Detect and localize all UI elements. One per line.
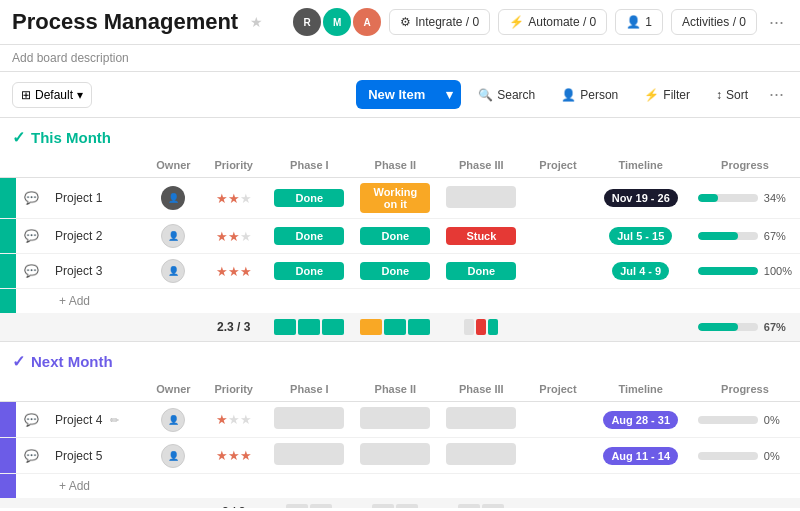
summary-progress-bar	[698, 323, 758, 331]
comment-cell[interactable]: 💬	[16, 438, 47, 474]
comment-icon: 💬	[24, 413, 39, 427]
phase1-cell[interactable]: Done	[266, 178, 352, 219]
progress-cell: 0%	[690, 438, 800, 474]
timeline-cell: Aug 28 - 31	[592, 402, 690, 438]
comment-icon: 💬	[24, 449, 39, 463]
new-item-button[interactable]: New Item ▾	[356, 80, 461, 109]
summary-progress: 0%	[690, 498, 800, 508]
timeline-cell: Jul 4 - 9	[592, 254, 690, 289]
timeline-cell: Aug 11 - 14	[592, 438, 690, 474]
progress-label: 100%	[764, 265, 792, 277]
priority-cell: ★★★	[201, 254, 266, 289]
phase2-badge: Done	[360, 262, 430, 280]
summary-progress: 67%	[690, 313, 800, 342]
grid-icon: ⊞	[21, 88, 31, 102]
timeline-badge: Aug 28 - 31	[603, 411, 678, 429]
automate-button[interactable]: ⚡ Automate / 0	[498, 9, 607, 35]
phase2-cell[interactable]	[352, 438, 438, 474]
phase2-cell[interactable]: Done	[352, 254, 438, 289]
header-more-menu[interactable]: ···	[765, 12, 788, 33]
project-cell	[524, 402, 591, 438]
add-row-next-month[interactable]: + Add	[0, 474, 800, 499]
phase1-cell[interactable]: Done	[266, 219, 352, 254]
timeline-cell: Jul 5 - 15	[592, 219, 690, 254]
integrate-button[interactable]: ⚙ Integrate / 0	[389, 9, 490, 35]
member-icon: 👤	[626, 15, 641, 29]
priority-cell: ★★★	[201, 438, 266, 474]
priority-cell: ★★★	[201, 402, 266, 438]
phase1-badge: Done	[274, 262, 344, 280]
row-bar	[0, 178, 16, 219]
comment-icon: 💬	[24, 229, 39, 243]
owner-cell: 👤	[146, 219, 201, 254]
progress-label: 0%	[764, 450, 780, 462]
activities-button[interactable]: Activities / 0	[671, 9, 757, 35]
board-content: ✓ This Month Owner Priority Phase I Phas…	[0, 118, 800, 508]
phase1-cell[interactable]	[266, 402, 352, 438]
add-row-this-month[interactable]: + Add	[0, 289, 800, 314]
phase2-badge: Done	[360, 227, 430, 245]
phase2-cell[interactable]: Working on it	[352, 178, 438, 219]
phase1-badge: Done	[274, 189, 344, 207]
phase2-badge: Working on it	[360, 183, 430, 213]
row-bar	[0, 438, 16, 474]
chevron-down-icon: ▾	[77, 88, 83, 102]
owner-avatar: 👤	[161, 259, 185, 283]
project-cell	[524, 219, 591, 254]
phase3-badge	[446, 186, 516, 208]
phase3-cell[interactable]: Done	[438, 254, 524, 289]
timeline-cell: Nov 19 - 26	[592, 178, 690, 219]
toolbar: ⊞ Default ▾ New Item ▾ 🔍 Search 👤 Person…	[0, 72, 800, 118]
phase1-badge	[274, 443, 344, 465]
new-item-dropdown-arrow[interactable]: ▾	[438, 80, 461, 109]
sort-button[interactable]: ↕ Sort	[707, 82, 757, 108]
section-this-month: ✓ This Month Owner Priority Phase I Phas…	[0, 118, 800, 342]
person-icon: 👤	[561, 88, 576, 102]
phase2-cell[interactable]: Done	[352, 219, 438, 254]
search-button[interactable]: 🔍 Search	[469, 82, 544, 108]
progress-bar	[698, 267, 758, 275]
board-description[interactable]: Add board description	[12, 51, 129, 65]
progress-cell: 100%	[690, 254, 800, 289]
phase3-cell[interactable]	[438, 178, 524, 219]
comment-cell[interactable]: 💬	[16, 178, 47, 219]
summary-progress-label: 0%	[764, 506, 780, 508]
edit-icon[interactable]: ✏	[110, 414, 119, 426]
comment-cell[interactable]: 💬	[16, 254, 47, 289]
sub-header: Add board description	[0, 45, 800, 72]
filter-icon: ⚡	[644, 88, 659, 102]
phase1-cell[interactable]: Done	[266, 254, 352, 289]
summary-phase2	[352, 313, 438, 342]
priority-stars: ★	[216, 412, 228, 427]
phase3-cell[interactable]	[438, 402, 524, 438]
col-headers-this-month: Owner Priority Phase I Phase II Phase II…	[0, 153, 800, 178]
automate-icon: ⚡	[509, 15, 524, 29]
avatar-1: R	[293, 8, 321, 36]
progress-cell: 0%	[690, 402, 800, 438]
phase2-cell[interactable]	[352, 402, 438, 438]
phase3-cell[interactable]	[438, 438, 524, 474]
default-view-button[interactable]: ⊞ Default ▾	[12, 82, 92, 108]
project-name: Project 3	[47, 254, 146, 289]
filter-button[interactable]: ⚡ Filter	[635, 82, 699, 108]
top-header: Process Management ★ R M A ⚙ Integrate /…	[0, 0, 800, 45]
row-bar	[0, 254, 16, 289]
timeline-badge: Aug 11 - 14	[603, 447, 678, 465]
header-avatars: R M A	[293, 8, 381, 36]
member-button[interactable]: 👤 1	[615, 9, 663, 35]
phase3-cell[interactable]: Stuck	[438, 219, 524, 254]
phase1-cell[interactable]	[266, 438, 352, 474]
avatar-2: M	[323, 8, 351, 36]
owner-cell: 👤	[146, 402, 201, 438]
progress-label: 34%	[764, 192, 786, 204]
section-header-next-month: ✓ Next Month	[0, 342, 800, 378]
progress-bar	[698, 232, 758, 240]
favorite-star-icon[interactable]: ★	[250, 14, 263, 30]
person-filter-button[interactable]: 👤 Person	[552, 82, 627, 108]
progress-fill	[698, 267, 758, 275]
progress-cell: 67%	[690, 219, 800, 254]
progress-label: 0%	[764, 414, 780, 426]
comment-cell[interactable]: 💬	[16, 402, 47, 438]
comment-cell[interactable]: 💬	[16, 219, 47, 254]
toolbar-more-menu[interactable]: ···	[765, 84, 788, 105]
